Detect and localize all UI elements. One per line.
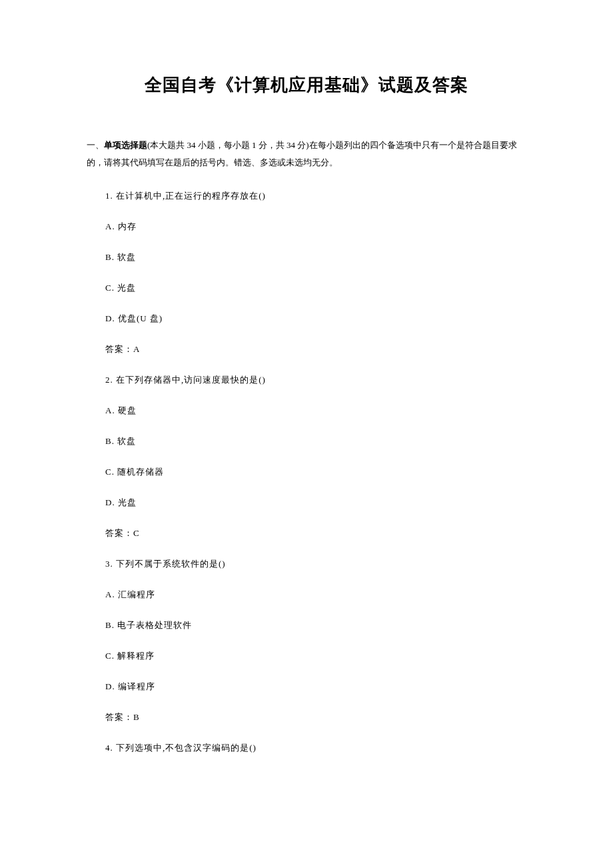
section-prefix: 一、 <box>87 140 104 150</box>
option-a: A. 硬盘 <box>105 405 526 417</box>
question-stem: 2. 在下列存储器中,访问速度最快的是() <box>105 374 526 386</box>
questions: 1. 在计算机中,正在运行的程序存放在() A. 内存 B. 软盘 C. 光盘 … <box>87 190 526 754</box>
option-c: C. 光盘 <box>105 282 526 294</box>
option-d: D. 编译程序 <box>105 681 526 693</box>
option-c: C. 随机存储器 <box>105 466 526 478</box>
option-b: B. 电子表格处理软件 <box>105 619 526 631</box>
option-c: C. 解释程序 <box>105 650 526 662</box>
option-a: A. 内存 <box>105 221 526 233</box>
option-a: A. 汇编程序 <box>105 589 526 601</box>
answer: 答案：A <box>105 343 526 355</box>
option-d: D. 光盘 <box>105 497 526 509</box>
section-type: 单项选择题 <box>104 140 147 150</box>
question-stem: 1. 在计算机中,正在运行的程序存放在() <box>105 190 526 202</box>
option-d: D. 优盘(U 盘) <box>105 313 526 325</box>
section-header: 一、单项选择题(本大题共 34 小题，每小题 1 分，共 34 分)在每小题列出… <box>87 137 526 171</box>
section-description: (本大题共 34 小题，每小题 1 分，共 34 分)在每小题列出的四个备选项中… <box>87 140 517 167</box>
option-b: B. 软盘 <box>105 251 526 263</box>
answer: 答案：B <box>105 711 526 723</box>
answer: 答案：C <box>105 527 526 539</box>
page-title: 全国自考《计算机应用基础》试题及答案 <box>87 73 526 97</box>
question-stem: 3. 下列不属于系统软件的是() <box>105 558 526 570</box>
question-stem: 4. 下列选项中,不包含汉字编码的是() <box>105 742 526 754</box>
option-b: B. 软盘 <box>105 435 526 447</box>
